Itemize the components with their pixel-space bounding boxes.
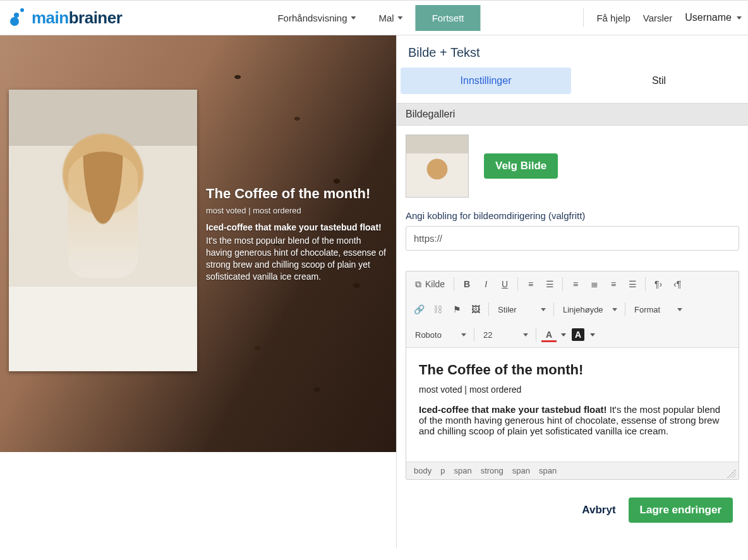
fontsize-select[interactable]: 22 xyxy=(478,326,532,343)
panel-title: Bilde + Tekst xyxy=(397,35,748,68)
logo[interactable]: mainbrainer xyxy=(9,8,122,28)
nav-preview[interactable]: Forhåndsvisning xyxy=(267,6,366,30)
path-item[interactable]: span xyxy=(454,466,471,475)
rtl-icon: ‹¶ xyxy=(673,279,681,289)
source-label: Kilde xyxy=(425,279,445,289)
separator xyxy=(488,302,489,316)
image-button[interactable]: 🖼 xyxy=(467,301,485,318)
text-color-dropdown[interactable] xyxy=(559,326,568,343)
fontsize-select-input[interactable]: 22 xyxy=(478,326,532,343)
hero-image xyxy=(9,90,197,371)
workspace: The Coffee of the month! most voted | mo… xyxy=(0,35,748,548)
nav-center: Forhåndsvisning Mal Fortsett xyxy=(267,5,480,31)
hero-subtitle: most voted | most ordered xyxy=(206,206,389,215)
lineheight-select[interactable]: Linjehøyde xyxy=(558,301,621,318)
resize-handle[interactable] xyxy=(727,469,736,478)
align-left-icon: ≡ xyxy=(573,279,578,289)
panel-tabs: Innstillinger Stil xyxy=(397,68,748,94)
link-button[interactable]: 🔗 xyxy=(410,301,428,318)
hero-text-overlay: The Coffee of the month! most voted | mo… xyxy=(206,186,389,282)
format-select-input[interactable]: Format xyxy=(629,301,686,318)
panel-footer: Avbryt Lagre endringer xyxy=(397,480,748,548)
unordered-list-button[interactable]: ☰ xyxy=(541,275,558,293)
separator xyxy=(517,277,518,291)
canvas-preview[interactable]: The Coffee of the month! most voted | mo… xyxy=(0,35,396,452)
editor-bold: Iced-coffee that make your tastebud floa… xyxy=(419,404,607,415)
editor-content[interactable]: The Coffee of the month! most voted | mo… xyxy=(406,348,739,462)
align-justify-button[interactable]: ☰ xyxy=(624,275,641,293)
separator xyxy=(625,302,625,316)
align-left-button[interactable]: ≡ xyxy=(567,275,584,293)
tab-settings[interactable]: Innstillinger xyxy=(401,68,571,94)
align-right-icon: ≡ xyxy=(611,279,616,289)
user-menu[interactable]: Username xyxy=(685,12,742,23)
logo-text: mainbrainer xyxy=(32,8,122,28)
separator xyxy=(553,302,554,316)
redirect-label: Angi kobling for bildeomdirigering (valg… xyxy=(406,210,739,221)
hero-lead: Iced-coffee that make your tastebud floa… xyxy=(206,222,389,234)
unordered-list-icon: ☰ xyxy=(546,279,554,289)
nav-preview-label: Forhåndsvisning xyxy=(277,13,347,23)
bg-color-button[interactable]: A xyxy=(569,326,587,343)
editor-paragraph: Iced-coffee that make your tastebud floa… xyxy=(419,404,726,436)
align-center-icon: ≣ xyxy=(591,279,598,289)
nav-help[interactable]: Få hjelp xyxy=(596,9,630,27)
redirect-input[interactable] xyxy=(406,226,739,251)
top-bar: mainbrainer Forhåndsvisning Mal Fortsett… xyxy=(0,0,748,35)
align-center-button[interactable]: ≣ xyxy=(586,275,603,293)
separator xyxy=(454,277,454,291)
chevron-down-icon xyxy=(561,333,566,337)
chevron-down-icon xyxy=(398,16,403,20)
image-icon: 🖼 xyxy=(471,304,480,314)
align-right-button[interactable]: ≡ xyxy=(605,275,622,293)
save-button[interactable]: Lagre endringer xyxy=(629,497,733,523)
rtl-button[interactable]: ‹¶ xyxy=(668,275,686,293)
rich-text-editor: ⧉ Kilde B I U ≡ ☰ ≡ ≣ ≡ ☰ ¶› ‹¶ xyxy=(406,271,739,480)
styles-select-input[interactable]: Stiler xyxy=(493,301,550,318)
continue-button[interactable]: Fortsett xyxy=(416,5,481,31)
editor-element-path: body p span strong span span xyxy=(406,462,739,479)
text-color-button[interactable]: A xyxy=(540,326,558,343)
image-thumbnail[interactable] xyxy=(406,134,469,198)
separator xyxy=(474,328,474,342)
styles-select[interactable]: Stiler xyxy=(493,301,550,318)
cancel-button[interactable]: Avbryt xyxy=(582,504,615,516)
path-item[interactable]: strong xyxy=(481,466,504,475)
code-icon: ⧉ xyxy=(415,279,421,290)
unlink-button[interactable]: ⛓ xyxy=(429,301,447,318)
bold-button[interactable]: B xyxy=(458,275,476,293)
separator xyxy=(583,8,584,27)
underline-button[interactable]: U xyxy=(496,275,514,293)
separator xyxy=(645,277,646,291)
format-select[interactable]: Format xyxy=(629,301,686,318)
ordered-list-button[interactable]: ≡ xyxy=(522,275,540,293)
chevron-down-icon xyxy=(351,16,356,20)
font-select[interactable]: Roboto xyxy=(410,326,470,343)
path-item[interactable]: span xyxy=(539,466,557,475)
chevron-down-icon xyxy=(590,333,595,337)
nav-template[interactable]: Mal xyxy=(369,6,413,30)
choose-image-button[interactable]: Velg Bilde xyxy=(484,153,558,179)
lineheight-select-input[interactable]: Linjehøyde xyxy=(558,301,621,318)
align-justify-icon: ☰ xyxy=(629,279,637,289)
flag-icon: ⚑ xyxy=(453,304,461,314)
ltr-button[interactable]: ¶› xyxy=(649,275,667,293)
bg-color-dropdown[interactable] xyxy=(588,326,597,343)
tab-style[interactable]: Stil xyxy=(574,68,744,94)
anchor-button[interactable]: ⚑ xyxy=(448,301,466,318)
font-select-input[interactable]: Roboto xyxy=(410,326,470,343)
ltr-icon: ¶› xyxy=(654,279,662,289)
hero-title: The Coffee of the month! xyxy=(206,186,389,202)
path-item[interactable]: p xyxy=(440,466,445,475)
nav-right: Få hjelp Varsler Username xyxy=(583,8,742,27)
source-button[interactable]: ⧉ Kilde xyxy=(410,275,450,293)
ordered-list-icon: ≡ xyxy=(528,279,533,289)
hero-body: It's the most popular blend of the month… xyxy=(206,235,389,283)
path-item[interactable]: span xyxy=(512,466,530,475)
nav-template-label: Mal xyxy=(379,13,394,23)
nav-alerts[interactable]: Varsler xyxy=(643,9,672,27)
italic-button[interactable]: I xyxy=(477,275,495,293)
settings-panel: Bilde + Tekst Innstillinger Stil Bildega… xyxy=(396,35,748,548)
editor-sub: most voted | most ordered xyxy=(419,384,726,395)
path-item[interactable]: body xyxy=(414,466,431,475)
